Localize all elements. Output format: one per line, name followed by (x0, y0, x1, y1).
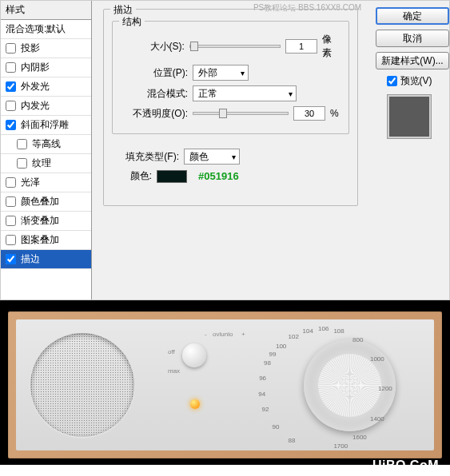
radio-illustration: ovlunlo - + off max 88909294969899100102… (0, 300, 450, 465)
freq-tick: 106 (318, 325, 329, 332)
freq-tick: 104 (303, 327, 313, 335)
minus-label: - (205, 331, 207, 338)
style-label: 斜面和浮雕 (21, 118, 69, 132)
style-label: 纹理 (32, 157, 51, 170)
style-checkbox[interactable] (17, 139, 27, 149)
freq-tick: 100 (276, 343, 286, 350)
style-item-3[interactable]: 内发光 (1, 97, 91, 116)
new-style-button[interactable]: 新建样式(W)... (376, 52, 449, 69)
preview-check-row[interactable]: 预览(V) (376, 74, 443, 88)
plus-label: + (241, 331, 245, 338)
radio-body: ovlunlo - + off max 88909294969899100102… (16, 319, 434, 450)
style-label: 描边 (21, 252, 40, 266)
style-checkbox[interactable] (6, 101, 16, 111)
blend-label: 混合模式: (121, 87, 188, 101)
freq-tick: 99 (269, 351, 277, 358)
freq-tick: 108 (333, 327, 344, 335)
preview-box (387, 94, 432, 139)
style-label: 图案叠加 (21, 233, 59, 247)
style-item-0[interactable]: 投影 (1, 39, 91, 58)
size-input[interactable] (285, 39, 317, 54)
freq-tick: 102 (289, 333, 299, 340)
size-unit: 像素 (322, 33, 340, 60)
structure-fieldset: 结构 大小(S): 像素 位置(P): 外部 混合模式: 正常 不透明度(O): (112, 21, 349, 134)
style-label: 等高线 (32, 137, 61, 151)
fill-fieldset: 填充类型(F): 颜色 颜色: #051916 (112, 141, 349, 191)
style-item-1[interactable]: 内阴影 (1, 58, 91, 77)
style-checkbox[interactable] (6, 196, 16, 207)
opacity-slider[interactable] (193, 112, 289, 115)
freq-tick: 1000 (370, 355, 384, 363)
style-checkbox[interactable] (6, 62, 16, 73)
style-checkbox[interactable] (6, 43, 16, 54)
style-item-4[interactable]: 斜面和浮雕 (1, 116, 91, 135)
structure-title: 结构 (119, 15, 145, 29)
speaker-grille (30, 333, 134, 437)
freq-tick: 88 (289, 437, 296, 444)
style-checkbox[interactable] (6, 81, 16, 92)
stroke-fieldset: 描边 结构 大小(S): 像素 位置(P): 外部 混合模式: 正常 (103, 9, 358, 206)
freq-tick: 1200 (378, 385, 392, 392)
style-item-10[interactable]: 图案叠加 (1, 231, 91, 250)
freq-tick: 94 (258, 391, 265, 398)
color-swatch[interactable] (157, 170, 187, 183)
layer-style-dialog: PS教程论坛 BBS.16XX8.COM 样式 混合选项:默认 投影内阴影外发光… (0, 0, 450, 300)
ok-button[interactable]: 确定 (376, 7, 449, 25)
led-indicator (190, 399, 200, 409)
freq-tick: 98 (264, 359, 271, 367)
right-panel: 确定 取消 新建样式(W)... 预览(V) (369, 1, 449, 299)
style-item-9[interactable]: 渐变叠加 (1, 212, 91, 231)
style-label: 内阴影 (21, 61, 50, 74)
fill-type-dropdown[interactable]: 颜色 (184, 149, 240, 165)
position-dropdown[interactable]: 外部 (193, 65, 249, 81)
style-checkbox[interactable] (6, 177, 16, 188)
style-item-5[interactable]: 等高线 (1, 135, 91, 154)
style-label: 颜色叠加 (21, 195, 59, 208)
style-label: 光泽 (21, 176, 40, 189)
style-item-2[interactable]: 外发光 (1, 77, 91, 97)
fill-type-label: 填充类型(F): (112, 150, 179, 164)
opacity-unit: % (330, 108, 339, 119)
max-label: max (168, 367, 180, 375)
controls-area: ovlunlo - + off max 88909294969899100102… (134, 319, 420, 450)
freq-tick: 1400 (370, 415, 384, 422)
styles-header: 样式 (1, 1, 91, 20)
brand-label: ovlunlo (213, 331, 233, 338)
opacity-input[interactable] (293, 106, 325, 121)
freq-tick: 92 (262, 406, 269, 413)
style-label: 外发光 (21, 80, 50, 93)
style-checkbox[interactable] (6, 254, 16, 264)
size-slider[interactable] (189, 45, 281, 48)
styles-panel: 样式 混合选项:默认 投影内阴影外发光内发光斜面和浮雕等高线纹理光泽颜色叠加渐变… (1, 1, 92, 299)
freq-tick: 800 (352, 336, 363, 343)
style-checkbox[interactable] (6, 120, 16, 130)
freq-tick: 96 (259, 375, 266, 382)
style-item-6[interactable]: 纹理 (1, 154, 91, 173)
blend-dropdown[interactable]: 正常 (193, 85, 297, 101)
freq-tick: 90 (273, 423, 280, 430)
blend-options[interactable]: 混合选项:默认 (1, 20, 91, 39)
style-checkbox[interactable] (6, 235, 16, 245)
size-label: 大小(S): (121, 40, 185, 54)
style-checkbox[interactable] (17, 158, 27, 169)
freq-tick: 1600 (352, 434, 367, 441)
freq-tick: 1700 (333, 442, 348, 450)
style-label: 渐变叠加 (21, 214, 59, 228)
cancel-button[interactable]: 取消 (376, 30, 449, 47)
style-item-11[interactable]: 描边 (1, 250, 91, 269)
color-hex: #051916 (198, 170, 239, 182)
position-label: 位置(P): (121, 66, 188, 80)
preview-checkbox[interactable] (387, 76, 397, 86)
style-item-8[interactable]: 颜色叠加 (1, 192, 91, 212)
color-label: 颜色: (112, 169, 152, 183)
off-label: off (168, 348, 175, 355)
style-label: 投影 (21, 42, 40, 55)
opacity-label: 不透明度(O): (121, 107, 188, 121)
credit: UiBQ.CoM (372, 458, 439, 465)
style-item-7[interactable]: 光泽 (1, 173, 91, 192)
radio-frame: ovlunlo - + off max 88909294969899100102… (8, 311, 442, 458)
style-label: 内发光 (21, 99, 50, 113)
style-checkbox[interactable] (6, 216, 16, 226)
volume-knob (182, 343, 206, 367)
main-panel: 描边 结构 大小(S): 像素 位置(P): 外部 混合模式: 正常 (92, 1, 369, 299)
